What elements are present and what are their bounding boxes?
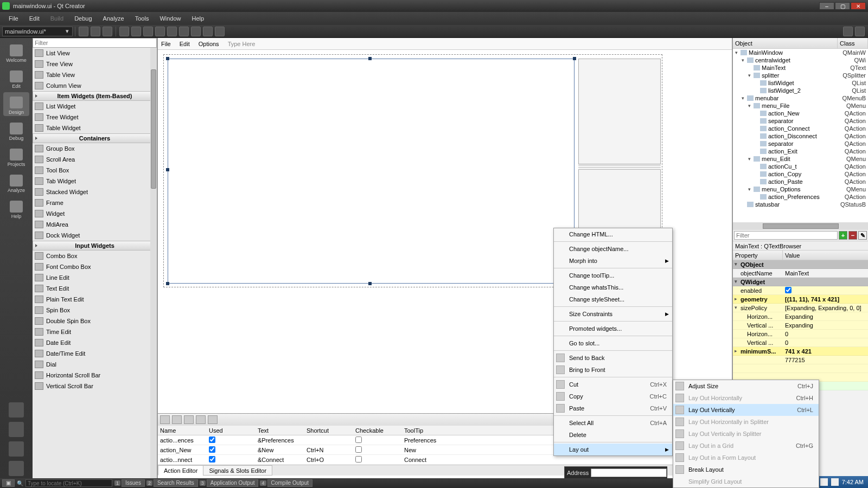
prop-row[interactable]: ▾sizePolicy[Expanding, Expanding, 0, 0] — [733, 304, 868, 312]
ctx-item[interactable]: Lay out▶ — [554, 444, 672, 455]
remove-property-button[interactable]: − — [848, 231, 857, 240]
ctx-item[interactable]: PasteCtrl+V — [554, 402, 672, 414]
toolbar-button[interactable] — [843, 27, 853, 36]
widget-item[interactable]: Group Box — [33, 143, 157, 154]
panel-widget[interactable] — [578, 59, 661, 164]
toolbar-button[interactable] — [119, 27, 129, 36]
widget-item[interactable]: MdiArea — [33, 219, 157, 230]
tray-icon[interactable] — [820, 478, 828, 486]
widget-item[interactable]: Column View — [33, 80, 157, 91]
objtree-row[interactable]: ▾menubarQMenuB — [733, 94, 868, 102]
ctx-item[interactable]: Lay Out VerticallyCtrl+L — [673, 404, 819, 416]
ctx-item[interactable]: Morph into▶ — [554, 255, 672, 267]
widget-item[interactable]: Tool Box — [33, 165, 157, 176]
objtree-row[interactable]: MainTextQText — [733, 64, 868, 72]
prop-row[interactable]: Vertical ...0 — [733, 338, 868, 347]
objtree-row[interactable]: ▾centralwidgetQWi — [733, 56, 868, 64]
status-pane[interactable]: Search Results — [154, 479, 198, 487]
objtree-row[interactable]: ▾MainWindowQMainW — [733, 49, 868, 56]
ctx-item[interactable]: Promoted widgets... — [554, 323, 672, 335]
widget-item[interactable]: Date/Time Edit — [33, 348, 157, 359]
objtree-row[interactable]: action_ExitQAction — [733, 147, 868, 155]
widget-item[interactable]: List View — [33, 48, 157, 59]
mode-projects[interactable]: Projects — [3, 144, 29, 168]
widget-item[interactable]: Plain Text Edit — [33, 294, 157, 305]
objtree-row[interactable]: actionCu_tQAction — [733, 163, 868, 170]
toolbar-button[interactable] — [203, 27, 213, 36]
action-header[interactable]: Shortcut — [304, 427, 353, 434]
prop-row[interactable]: Horizon...Expanding — [733, 312, 868, 321]
mode-debug[interactable]: Debug — [3, 118, 29, 142]
toolbar-button[interactable] — [79, 27, 88, 36]
widget-item[interactable]: Tab Widget — [33, 176, 157, 187]
widget-item[interactable]: Line Edit — [33, 272, 157, 283]
action-header[interactable]: Text — [256, 427, 304, 434]
form-menu-item[interactable]: Edit — [180, 41, 190, 47]
status-pane[interactable]: Issues — [122, 479, 145, 487]
toolbar-button[interactable] — [191, 27, 201, 36]
widget-item[interactable]: Scroll Area — [33, 154, 157, 165]
toolbar-button[interactable] — [179, 27, 189, 36]
context-submenu[interactable]: Adjust SizeCtrl+JLay Out HorizontallyCtr… — [673, 380, 819, 488]
ctx-item[interactable]: CopyCtrl+C — [554, 390, 672, 402]
toolbar-button[interactable] — [855, 27, 865, 36]
objtree-row[interactable]: action_NewQAction — [733, 110, 868, 117]
widget-item[interactable]: Frame — [33, 197, 157, 208]
widget-item[interactable]: Text Edit — [33, 283, 157, 294]
widget-item[interactable]: Stacked Widget — [33, 187, 157, 197]
widget-item[interactable]: Dial — [33, 359, 157, 370]
menu-file[interactable]: File — [3, 12, 24, 25]
build-button[interactable] — [9, 461, 24, 476]
widget-item[interactable]: Combo Box — [33, 251, 157, 261]
objtree-row[interactable]: ▾menu_FileQMenu — [733, 102, 868, 110]
property-button[interactable]: ✎ — [858, 231, 867, 240]
objtree-row[interactable]: action_ConnectQAction — [733, 125, 868, 132]
widget-item[interactable]: Dock Widget — [33, 230, 157, 241]
action-icon[interactable] — [196, 415, 206, 424]
widget-item[interactable]: Horizontal Scroll Bar — [33, 370, 157, 381]
ctx-item[interactable]: Delete — [554, 429, 672, 441]
add-property-button[interactable]: + — [839, 231, 847, 240]
widget-item[interactable]: Double Spin Box — [33, 316, 157, 326]
ctx-item[interactable]: Adjust SizeCtrl+J — [673, 380, 819, 392]
kit-selector[interactable] — [9, 402, 24, 418]
menu-build[interactable]: Build — [45, 12, 69, 25]
splitter-handle[interactable] — [578, 165, 661, 168]
menu-edit[interactable]: Edit — [24, 12, 45, 25]
prop-header-value[interactable]: Value — [783, 251, 802, 260]
minimize-button[interactable]: – — [819, 2, 834, 10]
objtree-row[interactable]: action_PreferencesQAction — [733, 193, 868, 201]
action-header[interactable]: Name — [158, 427, 207, 434]
prop-row[interactable]: enabled — [733, 286, 868, 295]
new-action-icon[interactable] — [160, 415, 170, 424]
menu-analyze[interactable]: Analyze — [98, 12, 130, 25]
object-tree[interactable]: ▾MainWindowQMainW▾centralwidgetQWiMainTe… — [733, 49, 868, 222]
status-pane[interactable]: Compile Output — [267, 479, 312, 487]
ctx-item[interactable]: Select AllCtrl+A — [554, 417, 672, 429]
address-input[interactable] — [591, 468, 667, 477]
objtree-row[interactable]: statusbarQStatusB — [733, 201, 868, 208]
action-header[interactable]: Used — [207, 427, 256, 434]
run-button[interactable] — [9, 422, 24, 437]
menu-window[interactable]: Window — [154, 12, 186, 25]
form-menu-item[interactable]: Type Here — [228, 41, 256, 47]
prop-row[interactable]: objectNameMainText — [733, 269, 868, 278]
objtree-row[interactable]: action_DisconnectQAction — [733, 132, 868, 140]
toolbar-button[interactable] — [167, 27, 177, 36]
tray-icon[interactable] — [831, 478, 839, 486]
prop-section[interactable]: ▾QObject — [733, 260, 868, 269]
widget-filter-input[interactable] — [33, 38, 157, 48]
action-header[interactable]: Checkable — [353, 427, 402, 434]
form-menu-item[interactable]: Options — [199, 41, 219, 47]
widget-item[interactable]: Date Edit — [33, 337, 157, 348]
toolbar-button[interactable] — [91, 27, 100, 36]
menu-tools[interactable]: Tools — [130, 12, 155, 25]
ctx-item[interactable]: Send to Back — [554, 352, 672, 364]
widget-group[interactable]: Containers — [33, 133, 157, 143]
prop-row[interactable]: 777215 — [733, 356, 868, 364]
prop-section[interactable]: ▾QWidget — [733, 278, 868, 286]
ctx-item[interactable]: Change objectName... — [554, 243, 672, 255]
property-filter-input[interactable] — [734, 231, 838, 240]
mode-help[interactable]: Help — [3, 196, 29, 220]
locator-input[interactable] — [25, 479, 112, 487]
